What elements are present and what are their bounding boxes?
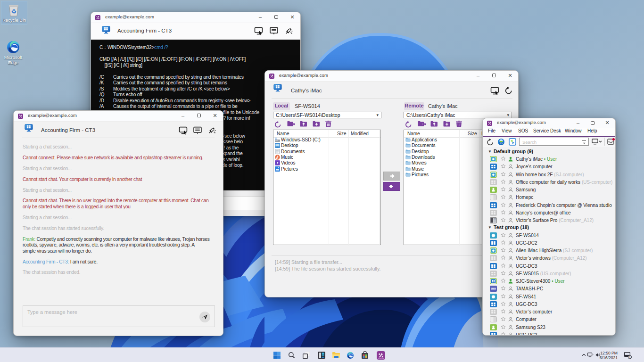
svg-text:LINUX: LINUX: [491, 288, 496, 290]
svg-text:♻: ♻: [11, 8, 17, 15]
svg-text:SOS: SOS: [499, 143, 503, 145]
svg-text:splashtop: splashtop: [378, 357, 384, 359]
svg-text:1: 1: [629, 355, 631, 359]
